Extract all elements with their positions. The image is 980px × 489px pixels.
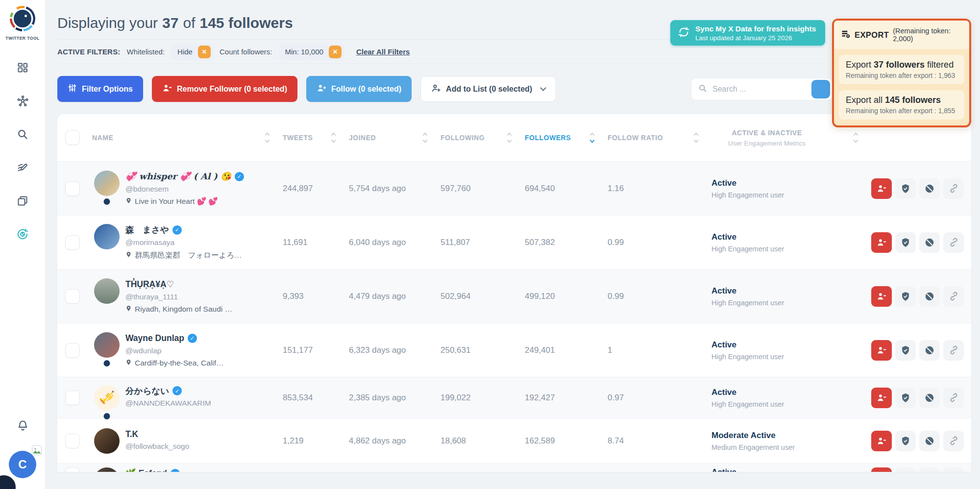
copy-link-button[interactable]: [943, 340, 964, 361]
select-all-checkbox[interactable]: [65, 130, 80, 145]
follower-location: Riyadh, Kingdom of Saudi …: [135, 305, 232, 314]
remove-follower-row-button[interactable]: [871, 286, 892, 307]
copy-link-button[interactable]: [943, 467, 964, 472]
engagement-label: High Engagement user: [711, 191, 871, 199]
export-token-note: (Remaining token: 2,000): [893, 27, 962, 43]
block-button[interactable]: [919, 431, 940, 451]
block-button[interactable]: [919, 232, 940, 253]
block-button[interactable]: [919, 340, 940, 361]
block-button[interactable]: [919, 388, 940, 408]
remove-follower-row-button[interactable]: [871, 388, 892, 408]
sort-icon[interactable]: [332, 133, 335, 142]
copy-link-button[interactable]: [943, 388, 964, 408]
column-header-follow-ratio[interactable]: FOLLOW RATIO: [608, 133, 711, 142]
row-checkbox[interactable]: [65, 235, 80, 250]
sync-icon: [678, 26, 690, 40]
table-row: 🌿 Esfand✓ Active: [57, 463, 971, 472]
whitelist-shield-button[interactable]: [895, 340, 916, 361]
search-submit-button[interactable]: [811, 80, 830, 98]
sort-icon[interactable]: [694, 133, 698, 142]
active-filters-label: ACTIVE FILTERS:: [57, 48, 121, 56]
sort-icon[interactable]: [423, 133, 427, 142]
user-menu[interactable]: C: [9, 451, 36, 478]
remove-filter-icon[interactable]: ×: [329, 46, 342, 58]
block-button[interactable]: [919, 467, 940, 472]
notifications-bell-icon[interactable]: [16, 419, 29, 434]
remove-filter-icon[interactable]: ×: [198, 46, 211, 58]
export-panel: EXPORT (Remaining token: 2,000) Export 3…: [832, 19, 971, 127]
copy-pages-icon[interactable]: [16, 195, 29, 207]
copy-link-button[interactable]: [943, 232, 964, 253]
sort-icon[interactable]: [266, 133, 269, 142]
network-icon[interactable]: [16, 95, 29, 107]
map-pin-icon: [125, 305, 132, 314]
person-plus-icon: [317, 83, 326, 95]
remove-follower-row-button[interactable]: [871, 178, 892, 199]
row-checkbox[interactable]: [65, 391, 80, 405]
whitelist-shield-button[interactable]: [895, 467, 916, 472]
sidebar-nav: [16, 61, 29, 241]
whitelist-shield-button[interactable]: [895, 431, 916, 451]
dashboard-icon[interactable]: [16, 61, 29, 74]
whitelist-shield-button[interactable]: [895, 232, 916, 253]
engagement-label: High Engagement user: [711, 299, 871, 307]
sort-icon-active[interactable]: [590, 133, 594, 142]
avatar-emoji: 🎺: [99, 390, 115, 405]
followers-value: 249,401: [525, 345, 608, 355]
sync-data-button[interactable]: Sync My X Data for fresh insights Last u…: [670, 20, 825, 46]
export-filtered-button[interactable]: Export 37 followers filtered Remaining t…: [839, 55, 964, 84]
chevron-down-icon: [540, 85, 546, 91]
history-sync-icon[interactable]: [16, 228, 29, 241]
export-icon: [841, 29, 851, 41]
column-header-tweets[interactable]: TWEETS: [283, 133, 349, 142]
block-button[interactable]: [919, 286, 940, 307]
table-row: Wayne Dunlap✓ @wdunlap Cardiff-by-the-Se…: [57, 323, 971, 377]
map-pin-icon: [125, 359, 132, 368]
remove-follower-row-button[interactable]: [871, 340, 892, 361]
avatar: [94, 332, 120, 358]
following-value: 502,964: [441, 292, 525, 301]
whitelist-shield-button[interactable]: [895, 178, 916, 199]
row-checkbox[interactable]: [65, 181, 80, 196]
copy-link-button[interactable]: [943, 431, 964, 451]
follower-name: T.K: [125, 429, 138, 440]
column-header-name[interactable]: NAME: [87, 133, 283, 142]
remove-follower-button[interactable]: Remove Follower (0 selected): [152, 76, 297, 102]
verified-badge-icon: ✓: [172, 386, 182, 395]
row-checkbox[interactable]: [65, 289, 80, 304]
column-header-followers[interactable]: FOLLOWERS: [525, 133, 608, 142]
export-all-button[interactable]: Export all 145 followers Remaining token…: [839, 90, 964, 120]
remove-follower-row-button[interactable]: [871, 232, 892, 253]
sort-icon[interactable]: [854, 133, 858, 142]
search-icon[interactable]: [16, 128, 29, 141]
verified-badge-icon: ✓: [188, 334, 197, 343]
followers-value: 162,589: [525, 436, 608, 446]
follower-handle: @wdunlap: [125, 346, 223, 355]
copy-link-button[interactable]: [943, 286, 964, 307]
export-title: EXPORT: [855, 30, 889, 40]
column-header-active-inactive[interactable]: ACTIVE & INACTIVE User Engagement Metric…: [711, 129, 871, 147]
sort-icon[interactable]: [508, 133, 511, 142]
compose-icon[interactable]: [16, 161, 29, 174]
row-checkbox[interactable]: [65, 343, 80, 358]
filter-chip-whitelisted: Hide ×: [171, 44, 213, 60]
followers-table: NAME TWEETS JOINED FOLLOWING FOLLOWERS F…: [57, 114, 971, 472]
filter-options-button[interactable]: Filter Options: [57, 76, 143, 102]
remove-follower-row-button[interactable]: [871, 467, 892, 472]
column-header-following[interactable]: FOLLOWING: [441, 133, 525, 142]
engagement-label: High Engagement user: [711, 245, 871, 253]
column-header-joined[interactable]: JOINED: [349, 133, 441, 142]
row-checkbox[interactable]: [65, 434, 80, 448]
remove-follower-row-button[interactable]: [871, 431, 892, 451]
block-button[interactable]: [919, 178, 940, 199]
clear-all-filters-link[interactable]: Clear All Filters: [356, 48, 410, 56]
add-to-list-button[interactable]: Add to List (0 selected): [420, 76, 556, 102]
whitelist-shield-button[interactable]: [895, 286, 916, 307]
whitelist-shield-button[interactable]: [895, 388, 916, 408]
avatar: [94, 171, 120, 196]
search-input[interactable]: [711, 84, 807, 94]
follower-name: 分からない: [125, 386, 169, 397]
follow-button[interactable]: Follow (0 selected): [306, 76, 412, 102]
row-checkbox[interactable]: [65, 467, 80, 472]
copy-link-button[interactable]: [943, 178, 964, 199]
